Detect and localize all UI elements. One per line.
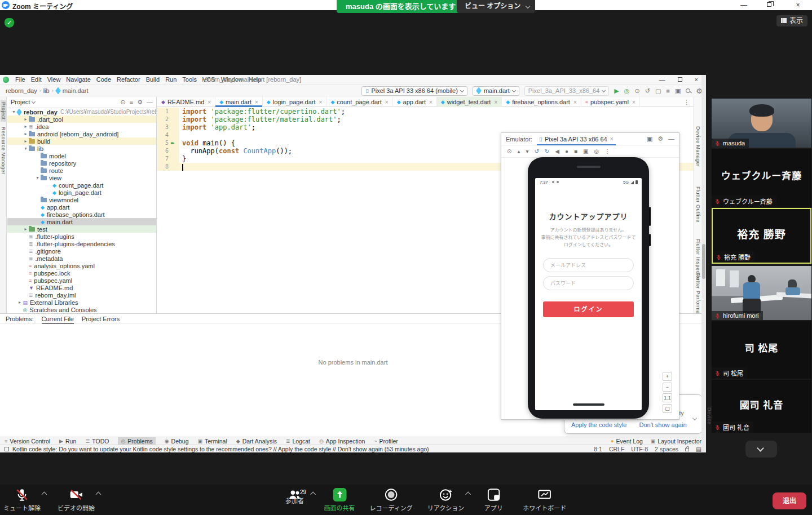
- close-icon[interactable]: ×: [573, 99, 577, 105]
- menu-edit[interactable]: Edit: [28, 75, 45, 85]
- dont-show-again-link[interactable]: Don't show again: [639, 421, 686, 428]
- breadcrumb-item[interactable]: main.dart: [63, 87, 89, 94]
- file-encoding[interactable]: UTF-8: [631, 446, 648, 452]
- toolwindow-button-profiler[interactable]: ~Profiler: [374, 437, 398, 445]
- email-field[interactable]: メールアドレス: [543, 258, 634, 272]
- tree-item-external-libraries[interactable]: ▸▤External Libraries: [7, 299, 156, 306]
- toolwindow-button-run[interactable]: ▶Run: [59, 437, 76, 445]
- ide-minimize-button[interactable]: —: [659, 75, 665, 85]
- toolwindow-button-debug[interactable]: ◉Debug: [165, 437, 189, 445]
- code-style-icon[interactable]: ▤: [696, 446, 701, 452]
- volume-up-icon[interactable]: ▴: [517, 148, 520, 154]
- login-button[interactable]: ログイン: [543, 301, 634, 317]
- fit-screen-button[interactable]: ▢: [663, 404, 672, 413]
- overview-icon[interactable]: ■: [574, 148, 577, 154]
- tree-item-android-reborn-day-android-[interactable]: ▸android [reborn_day_android]: [7, 130, 156, 137]
- leave-meeting-button[interactable]: 退出: [773, 492, 806, 509]
- chevron-up-icon[interactable]: [42, 492, 47, 498]
- share-scrollbar[interactable]: [701, 75, 706, 452]
- whiteboard-button[interactable]: ホワイトボード: [523, 487, 566, 512]
- tree-item--gitignore[interactable]: ≣.gitignore: [7, 247, 156, 255]
- toolwindow-tab-project[interactable]: Project: [1, 100, 6, 122]
- problems-tab-current-file[interactable]: Current File: [42, 314, 74, 324]
- apps-button[interactable]: アプリ: [479, 487, 508, 512]
- home-icon[interactable]: ●: [565, 148, 568, 154]
- security-shield-icon[interactable]: ✓: [5, 18, 14, 28]
- emulator-device-tab[interactable]: ▯ Pixel 3a API 33 x86 64 ×: [537, 133, 615, 145]
- tree-item--flutter-plugins[interactable]: ≣.flutter-plugins: [7, 233, 156, 240]
- menu-file[interactable]: File: [12, 75, 28, 85]
- tree-item-viewmodel[interactable]: viewmodel: [7, 196, 156, 203]
- coverage-button[interactable]: ↺: [645, 87, 650, 95]
- editor-tab-main-dart[interactable]: ◆main.dart×: [215, 97, 263, 107]
- attach-debugger-button[interactable]: ▢: [655, 87, 661, 95]
- toolwindow-button-logcat[interactable]: ≣Logcat: [286, 437, 310, 445]
- menu-code[interactable]: Code: [94, 75, 114, 85]
- emulator-layout-icon[interactable]: ▣: [647, 135, 652, 143]
- menu-navigate[interactable]: Navigate: [63, 75, 93, 85]
- toolwindow-tab-flutter-outline[interactable]: Flutter Outline: [695, 187, 701, 223]
- zoom-in-button[interactable]: +: [663, 372, 672, 381]
- volume-down-icon[interactable]: ▾: [526, 148, 528, 154]
- close-button[interactable]: ×: [789, 0, 806, 10]
- close-icon[interactable]: ×: [385, 99, 389, 105]
- stop-button[interactable]: ■: [666, 87, 670, 94]
- tree-item-main-dart[interactable]: ◆main.dart: [7, 218, 156, 225]
- snapshot-icon[interactable]: ◎: [594, 148, 599, 154]
- toolwindow-button-todo[interactable]: ☰TODO: [85, 437, 109, 445]
- participant-tile-6[interactable]: 國司 礼音國司 礼音: [712, 380, 811, 433]
- toolwindow-button-layout-inspector[interactable]: ▣Layout Inspector: [651, 437, 701, 445]
- profile-button[interactable]: ⊙: [634, 87, 639, 95]
- toolwindow-button-dart-analysis[interactable]: ◆Dart Analysis: [236, 437, 277, 445]
- close-icon[interactable]: ×: [208, 99, 211, 105]
- share-screen-button[interactable]: 画面の共有: [324, 487, 355, 512]
- password-field[interactable]: パスワード: [543, 276, 634, 290]
- collapse-all-icon[interactable]: ≡: [130, 99, 133, 106]
- rotate-left-icon[interactable]: ↺: [534, 148, 539, 154]
- tree-item-pubspec-yaml[interactable]: ≡pubspec.yaml: [7, 277, 156, 284]
- participants-button[interactable]: 29参加者: [280, 487, 310, 512]
- participant-tile-4[interactable]: hirofumi mori: [712, 266, 811, 320]
- toolwindow-button-version-control[interactable]: ≡Version Control: [5, 437, 50, 445]
- toolwindow-tab-resource-manager[interactable]: Resource Manager: [1, 127, 6, 175]
- run-button[interactable]: ▶: [614, 87, 619, 95]
- toolwindow-button-terminal[interactable]: ▣Terminal: [198, 437, 227, 445]
- chevron-up-icon[interactable]: [310, 492, 316, 498]
- more-icon[interactable]: ⋮: [604, 148, 610, 154]
- zoom-reset-button[interactable]: 1:1: [663, 393, 672, 402]
- tree-item-count-page-dart[interactable]: ◆count_page.dart: [7, 181, 156, 189]
- zoom-out-button[interactable]: −: [663, 383, 672, 392]
- menu-tools[interactable]: Tools: [179, 75, 200, 85]
- record-button[interactable]: レコーディング: [370, 487, 413, 512]
- menu-run[interactable]: Run: [162, 75, 179, 85]
- secondary-device-selector[interactable]: Pixel_3a_API_33_x86_64: [524, 86, 610, 96]
- unmute-button[interactable]: ミュート解除: [3, 487, 41, 512]
- tree-item-pubspec-lock[interactable]: ≡pubspec.lock: [7, 269, 156, 277]
- toolwindow-button-event-log[interactable]: ●Event Log: [611, 437, 643, 445]
- ide-maximize-button[interactable]: [678, 77, 682, 82]
- tree-item-model[interactable]: model: [7, 152, 156, 159]
- hide-panel-icon[interactable]: —: [147, 99, 153, 106]
- chevron-up-icon[interactable]: [465, 492, 471, 498]
- tree-row-root[interactable]: ▾ reborn_dayC:¥Users¥masuda¥StudioProjec…: [7, 108, 156, 116]
- line-separator[interactable]: CRLF: [609, 446, 624, 452]
- problems-tab-project-errors[interactable]: Project Errors: [82, 314, 120, 324]
- editor-tab-firebase-options-dart[interactable]: ◆firebase_options.dart×: [502, 97, 581, 107]
- power-icon[interactable]: ⊙: [507, 148, 511, 154]
- editor-tab-count-page-dart[interactable]: ◆count_page.dart×: [326, 97, 392, 107]
- tree-item-firebase-options-dart[interactable]: ◆firebase_options.dart: [7, 211, 156, 218]
- scrollbar-thumb[interactable]: [702, 244, 705, 279]
- menu-refactor[interactable]: Refactor: [114, 75, 143, 85]
- tree-item-lib[interactable]: ▾lib: [7, 145, 156, 152]
- participant-tile-2[interactable]: ウェブクルー斉藤ウェブクルー斉藤: [712, 149, 811, 207]
- apply-code-style-link[interactable]: Apply the code style: [571, 421, 626, 428]
- menu-view[interactable]: View: [45, 75, 64, 85]
- close-icon[interactable]: ×: [255, 99, 258, 105]
- screenshot-icon[interactable]: ▣: [583, 148, 588, 154]
- tree-item-analysis-options-yaml[interactable]: ≡analysis_options.yaml: [7, 262, 156, 269]
- participant-tile-3[interactable]: 裕充 勝野裕充 勝野: [712, 208, 811, 264]
- view-options-button[interactable]: ビュー オプション: [457, 0, 535, 13]
- back-icon[interactable]: ◀: [555, 148, 559, 154]
- tree-item--dart-tool[interactable]: ▸.dart_tool: [7, 116, 156, 123]
- tree-item-test[interactable]: ▸test: [7, 225, 156, 233]
